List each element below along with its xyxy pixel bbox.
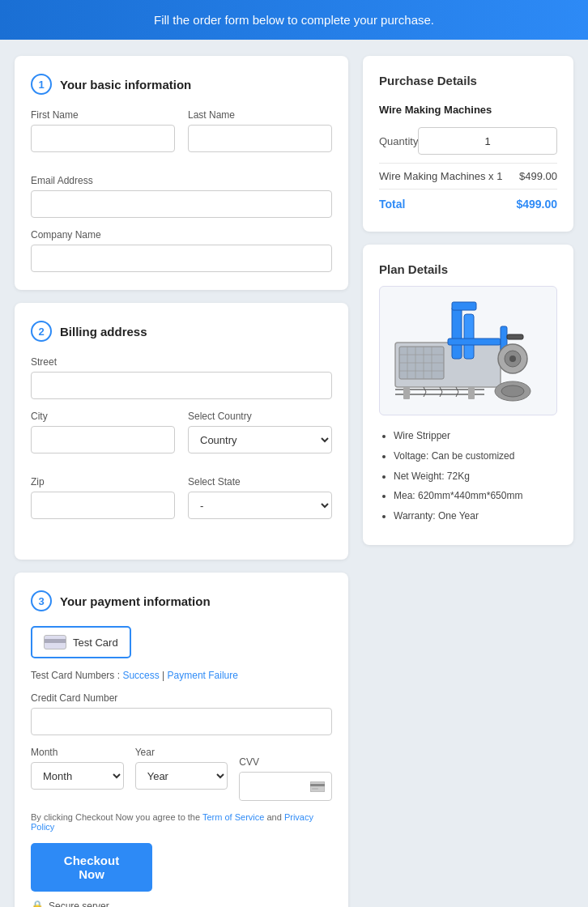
separator: | bbox=[162, 670, 164, 681]
secure-label: Secure server bbox=[49, 901, 109, 908]
last-name-label: Last Name bbox=[188, 109, 332, 121]
total-label: Total bbox=[379, 198, 405, 211]
terms-of-service-link[interactable]: Term of Service bbox=[202, 812, 264, 822]
zip-state-row: Zip Select State - bbox=[31, 476, 332, 530]
plan-details-card: Plan Details bbox=[363, 245, 573, 545]
plan-features-list: Wire StripperVoltage: Can be customizedN… bbox=[379, 427, 557, 526]
test-card-numbers: Test Card Numbers : Success | Payment Fa… bbox=[31, 670, 332, 681]
first-name-label: First Name bbox=[31, 109, 175, 121]
zip-group: Zip bbox=[31, 476, 175, 519]
month-select[interactable]: Month 010203 040506 070809 101112 bbox=[31, 762, 124, 790]
email-group: Email Address bbox=[31, 175, 332, 218]
street-input[interactable] bbox=[31, 372, 332, 399]
svg-point-22 bbox=[501, 385, 524, 397]
email-label: Email Address bbox=[31, 175, 332, 186]
quantity-row: Quantity bbox=[379, 127, 557, 155]
payment-title: 3 Your payment information bbox=[31, 590, 332, 611]
total-row: Total $499.00 bbox=[379, 189, 557, 214]
step-1-circle: 1 bbox=[31, 74, 52, 95]
month-year-cvv-row: Month Month 010203 040506 070809 101112 … bbox=[31, 747, 332, 801]
first-name-input[interactable] bbox=[31, 125, 175, 152]
step-2-circle: 2 bbox=[31, 321, 52, 342]
first-name-group: First Name bbox=[31, 109, 175, 152]
cvv-input[interactable] bbox=[240, 773, 304, 800]
line-item-row: Wire Making Machines x 1 $499.00 bbox=[379, 163, 557, 189]
last-name-input[interactable] bbox=[188, 125, 332, 152]
email-input[interactable] bbox=[31, 190, 332, 218]
cvv-card-icon bbox=[304, 781, 331, 792]
street-group: Street bbox=[31, 356, 332, 399]
city-group: City bbox=[31, 411, 175, 454]
svg-rect-33 bbox=[403, 387, 410, 399]
cvv-wrapper bbox=[239, 772, 332, 801]
payment-section: 3 Your payment information Test Card Tes… bbox=[15, 573, 348, 907]
billing-label: Billing address bbox=[60, 325, 147, 339]
plan-image bbox=[379, 286, 557, 415]
month-label: Month bbox=[31, 747, 124, 758]
svg-rect-12 bbox=[452, 306, 462, 359]
success-link[interactable]: Success bbox=[122, 670, 159, 681]
line-item-label: Wire Making Machines x 1 bbox=[379, 170, 502, 182]
quantity-input[interactable] bbox=[418, 127, 557, 155]
svg-rect-34 bbox=[468, 387, 475, 399]
failure-link[interactable]: Payment Failure bbox=[168, 670, 238, 681]
svg-rect-14 bbox=[452, 302, 476, 310]
city-label: City bbox=[31, 411, 175, 422]
cc-number-label: Credit Card Number bbox=[31, 692, 332, 704]
banner-text: Fill the order form below to complete yo… bbox=[154, 13, 434, 27]
svg-rect-0 bbox=[310, 781, 325, 792]
month-group: Month Month 010203 040506 070809 101112 bbox=[31, 747, 124, 790]
card-method-button[interactable]: Test Card bbox=[31, 626, 131, 658]
cc-number-input[interactable] bbox=[31, 708, 332, 735]
basic-info-title: 1 Your basic information bbox=[31, 74, 332, 95]
basic-info-section: 1 Your basic information First Name Last… bbox=[15, 56, 348, 290]
svg-rect-13 bbox=[464, 314, 474, 359]
secure-server: 🔒 Secure server bbox=[31, 900, 332, 907]
terms-prefix: By clicking Checkout Now you agree to th… bbox=[31, 812, 202, 822]
plan-feature-item: Net Weight: 72Kg bbox=[394, 467, 557, 486]
product-name: Wire Making Machines bbox=[379, 104, 557, 116]
card-icon bbox=[44, 635, 66, 649]
cvv-label: CVV bbox=[239, 756, 332, 768]
company-group: Company Name bbox=[31, 229, 332, 272]
plan-details-title: Plan Details bbox=[379, 262, 557, 276]
quantity-label: Quantity bbox=[379, 135, 418, 147]
cc-number-group: Credit Card Number bbox=[31, 692, 332, 735]
city-country-row: City Select Country Country bbox=[31, 411, 332, 465]
country-select[interactable]: Country bbox=[188, 426, 332, 454]
last-name-group: Last Name bbox=[188, 109, 332, 164]
zip-input[interactable] bbox=[31, 492, 175, 519]
purchase-details-title: Purchase Details bbox=[379, 74, 557, 94]
terms-and: and bbox=[266, 812, 283, 822]
checkout-label: Checkout Now bbox=[64, 854, 119, 881]
right-column: Purchase Details Wire Making Machines Qu… bbox=[363, 56, 573, 545]
zip-label: Zip bbox=[31, 476, 175, 488]
plan-feature-item: Mea: 620mm*440mm*650mm bbox=[394, 487, 557, 505]
top-banner: Fill the order form below to complete yo… bbox=[0, 0, 588, 40]
cvv-group: CVV bbox=[239, 756, 332, 801]
city-input[interactable] bbox=[31, 426, 175, 454]
svg-point-20 bbox=[509, 356, 516, 362]
left-column: 1 Your basic information First Name Last… bbox=[15, 56, 348, 907]
year-select[interactable]: Year 202420252026 202720282029 bbox=[135, 762, 228, 790]
company-input[interactable] bbox=[31, 245, 332, 272]
checkout-button[interactable]: Checkout Now bbox=[31, 843, 152, 892]
card-method-label: Test Card bbox=[73, 637, 118, 649]
plan-feature-item: Warranty: One Year bbox=[394, 507, 557, 526]
country-select-label: Select Country bbox=[188, 411, 332, 422]
street-label: Street bbox=[31, 356, 332, 368]
total-amount: $499.00 bbox=[516, 198, 557, 211]
purchase-details-card: Purchase Details Wire Making Machines Qu… bbox=[363, 56, 573, 232]
lock-icon: 🔒 bbox=[31, 900, 44, 907]
line-item-price: $499.00 bbox=[519, 170, 557, 182]
basic-info-label: Your basic information bbox=[60, 78, 191, 92]
year-group: Year Year 202420252026 202720282029 bbox=[135, 747, 228, 790]
state-select-label: Select State bbox=[188, 476, 332, 488]
company-label: Company Name bbox=[31, 229, 332, 241]
terms-text: By clicking Checkout Now you agree to th… bbox=[31, 812, 332, 832]
plan-feature-item: Wire Stripper bbox=[394, 427, 557, 445]
svg-rect-17 bbox=[507, 334, 523, 339]
name-row: First Name Last Name bbox=[31, 109, 332, 164]
state-select[interactable]: - bbox=[188, 492, 332, 519]
billing-title: 2 Billing address bbox=[31, 321, 332, 342]
